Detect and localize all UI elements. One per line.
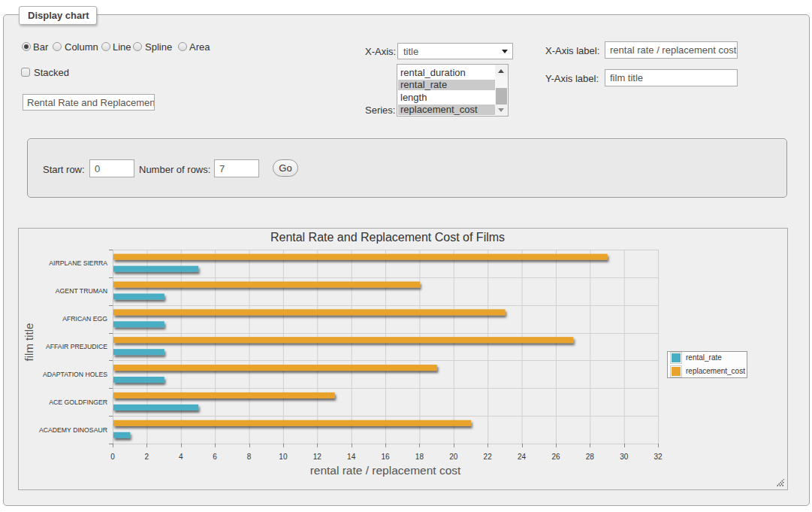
svg-text:12: 12 [313, 453, 322, 461]
svg-text:26: 26 [551, 453, 560, 461]
svg-text:10: 10 [279, 453, 288, 461]
svg-text:2: 2 [145, 453, 149, 461]
svg-text:20: 20 [449, 453, 458, 461]
svg-text:AIRPLANE SIERRA: AIRPLANE SIERRA [49, 259, 107, 267]
svg-text:22: 22 [484, 453, 493, 461]
svg-text:6: 6 [213, 453, 217, 461]
svg-text:16: 16 [381, 453, 390, 461]
svg-text:ADAPTATION HOLES: ADAPTATION HOLES [43, 371, 107, 378]
svg-text:28: 28 [586, 453, 595, 461]
svg-text:ACADEMY DINOSAUR: ACADEMY DINOSAUR [39, 426, 107, 434]
svg-text:AFFAIR PREJUDICE: AFFAIR PREJUDICE [46, 343, 107, 350]
svg-text:Rental Rate and Replacement Co: Rental Rate and Replacement Cost of Film… [270, 231, 505, 244]
svg-text:rental rate / replacement cost: rental rate / replacement cost [310, 464, 461, 477]
svg-text:8: 8 [247, 453, 252, 461]
svg-text:film title: film title [23, 323, 35, 362]
svg-text:AGENT TRUMAN: AGENT TRUMAN [56, 287, 107, 295]
svg-text:14: 14 [347, 453, 356, 461]
svg-text:replacement_cost: replacement_cost [686, 367, 745, 375]
svg-text:rental_rate: rental_rate [686, 353, 722, 362]
svg-text:32: 32 [654, 453, 663, 461]
svg-text:0: 0 [110, 453, 115, 461]
svg-text:4: 4 [179, 453, 183, 461]
svg-text:24: 24 [518, 453, 527, 461]
svg-text:AFRICAN EGG: AFRICAN EGG [62, 315, 107, 323]
svg-text:ACE GOLDFINGER: ACE GOLDFINGER [49, 398, 107, 406]
svg-text:18: 18 [415, 453, 424, 461]
svg-text:30: 30 [620, 453, 629, 461]
